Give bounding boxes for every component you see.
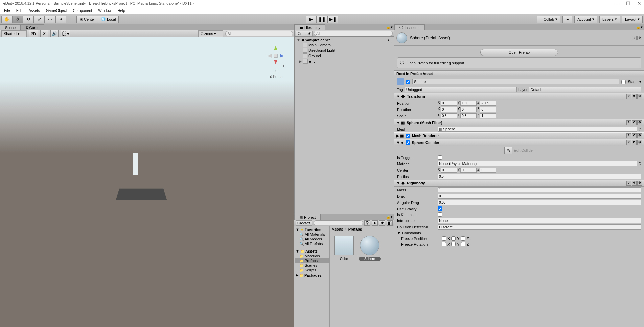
project-search-input[interactable]: [314, 220, 363, 225]
pivot-center-button[interactable]: ▣ Center: [76, 16, 98, 23]
folder-item[interactable]: Materials: [295, 254, 329, 258]
asset-cube[interactable]: Cube: [333, 236, 355, 261]
move-tool-button[interactable]: ✥: [12, 16, 23, 23]
collab-dropdown[interactable]: ○ Collab ▾: [537, 16, 560, 23]
hand-tool-button[interactable]: ✋: [1, 16, 12, 23]
folder-item-selected[interactable]: Prefabs: [295, 258, 329, 263]
asset-sphere[interactable]: Sphere: [359, 236, 381, 261]
gear-icon[interactable]: ⚙: [637, 36, 642, 40]
scale-y-input[interactable]: [460, 113, 477, 118]
help-icon[interactable]: ?: [626, 94, 631, 99]
favorite-item[interactable]: 🔍All Prefabs: [295, 241, 329, 246]
hierarchy-search-input[interactable]: [314, 31, 393, 36]
freeze-pos-y[interactable]: [451, 236, 456, 241]
layout-dropdown[interactable]: Layout ▾: [622, 16, 643, 23]
mesh-field[interactable]: ▦ Sphere: [438, 127, 637, 132]
2d-toggle-button[interactable]: 2D: [29, 30, 38, 38]
hidden-icon[interactable]: ◧: [387, 220, 393, 226]
freeze-pos-x[interactable]: [442, 236, 446, 241]
open-prefab-button[interactable]: Open Prefab: [480, 49, 558, 56]
transform-component[interactable]: ▼ 🟆 Transform ?↺⚙: [394, 93, 644, 100]
angular-drag-input[interactable]: [438, 200, 641, 205]
physic-material-field[interactable]: None (Physic Material): [438, 161, 637, 166]
mesh-renderer-component[interactable]: ▶ ▦ Mesh Renderer ?↺⚙: [394, 132, 644, 139]
menu-assets[interactable]: Assets: [26, 8, 43, 13]
scale-x-input[interactable]: [441, 113, 457, 118]
menu-help[interactable]: Help: [115, 8, 128, 13]
gear-icon[interactable]: ⚙: [637, 94, 642, 99]
tab-scene[interactable]: Scene: [0, 24, 21, 30]
position-z-input[interactable]: [480, 101, 496, 106]
breadcrumb-prefabs[interactable]: Prefabs: [348, 227, 362, 231]
active-checkbox[interactable]: [406, 80, 410, 84]
interpolate-dropdown[interactable]: None: [438, 218, 641, 223]
project-create-dropdown[interactable]: Create ▾: [296, 220, 312, 226]
pause-button[interactable]: ❚❚: [317, 16, 327, 23]
static-checkbox[interactable]: [621, 80, 626, 84]
fx-toggle-button[interactable]: 🖼 ▾: [61, 30, 70, 38]
gear-icon[interactable]: ⚙: [637, 120, 642, 125]
freeze-rot-y[interactable]: [451, 242, 456, 246]
panel-options-icon[interactable]: 🔒▾: [635, 24, 644, 30]
tab-project[interactable]: ▦ Project: [294, 214, 321, 220]
tab-inspector[interactable]: ⓘ Inspector: [394, 24, 425, 30]
hierarchy-item[interactable]: ▶Env: [296, 59, 393, 64]
favorites-folder[interactable]: ▼Favorites: [295, 227, 329, 232]
gear-icon[interactable]: ⚙: [637, 133, 642, 138]
tag-dropdown[interactable]: Untagged: [405, 87, 517, 92]
scene-view[interactable]: z x ≼ Persp: [0, 37, 294, 327]
account-dropdown[interactable]: Account ▾: [574, 16, 597, 23]
sphere-collider-component[interactable]: ▼ ● Sphere Collider ?↺⚙: [394, 139, 644, 146]
position-x-input[interactable]: [441, 101, 457, 106]
object-picker-icon[interactable]: ⊙: [638, 127, 641, 131]
reset-icon[interactable]: ↺: [632, 120, 637, 125]
audio-toggle-button[interactable]: 🔊: [50, 30, 59, 38]
shading-dropdown[interactable]: Shaded ▾: [1, 30, 27, 37]
hierarchy-create-dropdown[interactable]: Create ▾: [296, 31, 313, 36]
gear-icon[interactable]: ⚙: [637, 140, 642, 145]
rotate-tool-button[interactable]: ↻: [23, 16, 34, 23]
play-button[interactable]: ▶: [306, 16, 317, 23]
gizmos-dropdown[interactable]: Gizmos ▾: [198, 30, 223, 37]
object-picker-icon[interactable]: ⊙: [638, 161, 641, 166]
packages-folder[interactable]: ▶Packages: [295, 272, 329, 278]
rotation-y-input[interactable]: [460, 107, 477, 112]
mass-input[interactable]: [438, 187, 641, 192]
orientation-gizmo[interactable]: z x ≼ Persp: [264, 44, 288, 74]
center-y-input[interactable]: [460, 168, 477, 173]
help-icon[interactable]: ?: [632, 36, 637, 40]
help-icon[interactable]: ?: [626, 140, 631, 145]
radius-input[interactable]: [438, 174, 641, 179]
menu-window[interactable]: Window: [95, 8, 114, 13]
is-kinematic-checkbox[interactable]: [438, 212, 442, 217]
folder-item[interactable]: Scenes: [295, 263, 329, 268]
help-icon[interactable]: ?: [626, 120, 631, 125]
rotation-z-input[interactable]: [480, 107, 496, 112]
transform-tool-button[interactable]: ✦: [55, 16, 66, 23]
layer-dropdown[interactable]: Default: [529, 87, 641, 92]
gear-icon[interactable]: ⚙: [637, 181, 642, 186]
object-name-input[interactable]: [412, 79, 619, 84]
layers-dropdown[interactable]: Layers ▾: [599, 16, 620, 23]
favorite-item[interactable]: 🔍All Materials: [295, 232, 329, 237]
pivot-local-button[interactable]: 🧊 Local: [98, 16, 119, 23]
tab-hierarchy[interactable]: ☰ Hierarchy: [295, 24, 325, 30]
step-button[interactable]: ▶❚: [327, 16, 338, 23]
panel-options-icon[interactable]: 🔒▾: [385, 214, 394, 220]
minimize-icon[interactable]: —: [615, 1, 619, 6]
mesh-filter-component[interactable]: ▼ ▦ Sphere (Mesh Filter) ?↺⚙: [394, 119, 644, 126]
folder-item[interactable]: Scripts: [295, 268, 329, 272]
freeze-rot-x[interactable]: [442, 242, 446, 246]
drag-input[interactable]: [438, 194, 641, 199]
cloud-button[interactable]: ☁: [562, 16, 572, 23]
assets-folder[interactable]: ▼Assets: [295, 249, 329, 254]
help-icon[interactable]: ?: [626, 181, 631, 186]
hierarchy-item[interactable]: Ground: [296, 53, 393, 59]
edit-collider-button[interactable]: ✎: [504, 147, 512, 154]
filter-icon[interactable]: ⚲: [364, 220, 370, 226]
scene-root[interactable]: ▼◀SampleScene* ▾☰: [296, 37, 393, 42]
collision-detection-dropdown[interactable]: Discrete: [438, 224, 641, 230]
position-y-input[interactable]: [460, 101, 477, 106]
center-z-input[interactable]: [480, 168, 496, 173]
scale-z-input[interactable]: [480, 113, 496, 118]
